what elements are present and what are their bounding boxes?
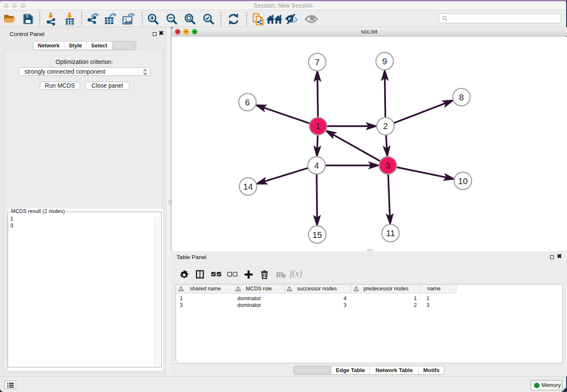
- svg-text:3: 3: [385, 160, 390, 170]
- svg-text:8: 8: [459, 92, 464, 102]
- svg-text:1: 1: [316, 121, 320, 131]
- svg-text:7: 7: [315, 57, 319, 67]
- svg-text:15: 15: [312, 230, 322, 240]
- svg-text:9: 9: [382, 56, 387, 66]
- svg-text:4: 4: [314, 160, 319, 170]
- svg-text:10: 10: [458, 176, 468, 186]
- svg-text:2: 2: [383, 121, 388, 131]
- svg-text:6: 6: [245, 97, 250, 107]
- svg-text:14: 14: [243, 182, 253, 191]
- svg-text:11: 11: [386, 228, 395, 238]
